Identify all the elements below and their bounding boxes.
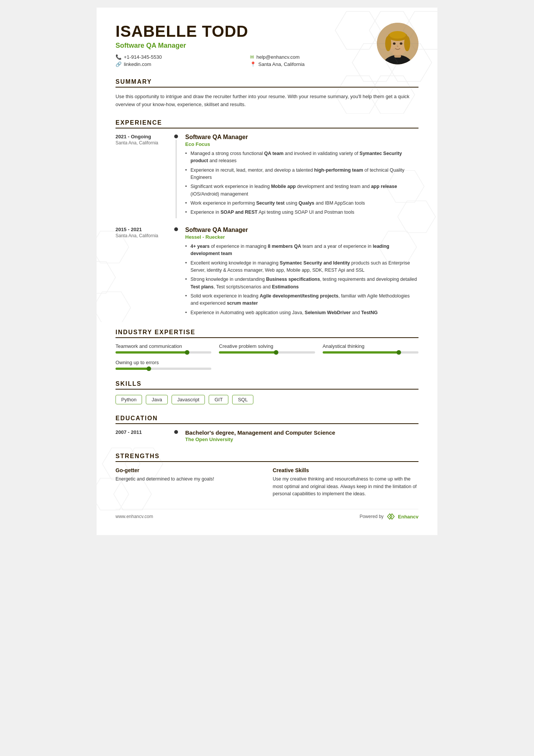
summary-text: Use this opportunity to intrigue and dra…	[116, 93, 418, 109]
footer-brand: Powered by Enhancv	[359, 513, 418, 520]
strengths-grid: Go-getter Energetic and determined to ac…	[116, 467, 418, 498]
exp-dates-1: 2015 - 2021	[116, 227, 172, 232]
exp-bullet-1-0: 4+ years of experience in managing 8 mem…	[185, 243, 418, 258]
expertise-bar-fill-1	[219, 351, 276, 354]
exp-bullets-1: 4+ years of experience in managing 8 mem…	[185, 243, 418, 316]
exp-bullet-0-3: Work experience in performing Security t…	[185, 200, 418, 207]
strength-text-1: Use my creative thinking and resourceful…	[273, 476, 418, 498]
exp-location-1: Santa Ana, California	[116, 233, 172, 238]
svg-point-24	[404, 36, 410, 51]
footer-powered-by: Powered by	[359, 514, 383, 519]
strength-text-0: Energetic and determined to achieve my g…	[116, 476, 261, 483]
skills-section: SKILLS Python Java Javascript GIT SQL	[116, 380, 418, 404]
exp-bullet-0-1: Experience in recruit, lead, mentor, and…	[185, 167, 418, 182]
contact-linkedin: 🔗 linkedin.com	[116, 61, 242, 67]
experience-section: EXPERIENCE 2021 - Ongoing Santa Ana, Cal…	[116, 119, 418, 318]
edu-dates-0: 2007 - 2011	[116, 429, 172, 435]
edu-degree-0: Bachelor's degree, Management and Comput…	[185, 429, 418, 436]
summary-section: SUMMARY Use this opportunity to intrigue…	[116, 78, 418, 109]
email-icon: ✉	[250, 54, 254, 60]
exp-bullets-0: Managed a strong cross functional QA tea…	[185, 150, 418, 216]
exp-bullet-1-2: Strong knowledge in understanding Busine…	[185, 276, 418, 291]
edu-content-0: Bachelor's degree, Management and Comput…	[180, 429, 418, 442]
footer: www.enhancv.com Powered by Enhancv	[116, 509, 418, 520]
contact-location: 📍 Santa Ana, California	[250, 61, 377, 67]
exp-dot-col-0	[172, 134, 180, 218]
expertise-item-1: Creative problem solving	[219, 343, 315, 354]
experience-item-0: 2021 - Ongoing Santa Ana, California Sof…	[116, 134, 418, 218]
edu-school-0: The Open University	[185, 437, 418, 442]
exp-date-col-1: 2015 - 2021 Santa Ana, California	[116, 227, 172, 318]
contact-grid: 📞 +1-914-345-5530 ✉ help@enhancv.com 🔗 l…	[116, 54, 377, 67]
skills-list: Python Java Javascript GIT SQL	[116, 395, 418, 404]
header-left: ISABELLE TODD Software QA Manager 📞 +1-9…	[116, 23, 377, 67]
job-title: Software QA Manager	[116, 42, 377, 50]
edu-dot-0	[174, 430, 178, 434]
contact-email: ✉ help@enhancv.com	[250, 54, 377, 60]
expertise-item-0: Teamwork and communication	[116, 343, 211, 354]
skill-git: GIT	[209, 395, 228, 404]
expertise-label-0: Teamwork and communication	[116, 343, 211, 349]
exp-dot-col-1	[172, 227, 180, 318]
expertise-bar-fill-3	[116, 368, 149, 370]
candidate-name: ISABELLE TODD	[116, 23, 377, 40]
strengths-title: STRENGTHS	[116, 453, 418, 462]
expertise-empty-1	[219, 360, 315, 370]
expertise-bar-fill-2	[323, 351, 400, 354]
exp-bullet-0-4: Experience in SOAP and REST Api testing …	[185, 209, 418, 216]
edu-dot-col-0	[172, 429, 180, 442]
avatar	[377, 23, 418, 64]
expertise-item-3: Owning up to errors	[116, 360, 211, 370]
expertise-item-2: Analystical thinking	[323, 343, 418, 354]
strength-title-1: Creative Skills	[273, 467, 418, 473]
exp-content-0: Software QA Manager Eco Focus Managed a …	[180, 134, 418, 218]
avatar-image	[377, 23, 418, 64]
expertise-bar-wrap-0	[116, 351, 211, 354]
expertise-empty-2	[323, 360, 418, 370]
svg-marker-8	[97, 261, 116, 293]
svg-point-23	[385, 36, 391, 51]
expertise-section: INDUSTRY EXPERTISE Teamwork and communic…	[116, 329, 418, 370]
svg-point-27	[400, 42, 403, 45]
exp-bullet-0-2: Significant work experience in leading M…	[185, 183, 418, 198]
header: ISABELLE TODD Software QA Manager 📞 +1-9…	[116, 23, 418, 67]
exp-date-col-0: 2021 - Ongoing Santa Ana, California	[116, 134, 172, 218]
skills-title: SKILLS	[116, 380, 418, 390]
strength-item-1: Creative Skills Use my creative thinking…	[273, 467, 418, 498]
phone-icon: 📞	[116, 54, 122, 60]
strength-item-0: Go-getter Energetic and determined to ac…	[116, 467, 261, 498]
expertise-bar-wrap-1	[219, 351, 315, 354]
education-title: EDUCATION	[116, 415, 418, 424]
skill-python: Python	[116, 395, 142, 404]
exp-bullet-1-4: Experience in Automating web application…	[185, 309, 418, 316]
expertise-bar-fill-0	[116, 351, 187, 354]
expertise-bar-wrap-2	[323, 351, 418, 354]
footer-website: www.enhancv.com	[116, 514, 153, 519]
svg-point-28	[397, 46, 398, 47]
expertise-label-2: Analystical thinking	[323, 343, 418, 349]
strengths-section: STRENGTHS Go-getter Energetic and determ…	[116, 453, 418, 498]
enhancv-brand-name: Enhancv	[398, 514, 418, 520]
strength-title-0: Go-getter	[116, 467, 261, 473]
exp-bullet-0-0: Managed a strong cross functional QA tea…	[185, 150, 418, 165]
exp-bullet-1-1: Excellent working knowledge in managing …	[185, 260, 418, 274]
exp-dot-1	[174, 227, 178, 231]
education-item-0: 2007 - 2011 Bachelor's degree, Managemen…	[116, 429, 418, 442]
expertise-label-3: Owning up to errors	[116, 360, 211, 365]
exp-company-0: Eco Focus	[185, 141, 418, 147]
exp-company-1: Hessel - Ruecker	[185, 234, 418, 240]
exp-job-title-1: Software QA Manager	[185, 227, 418, 233]
enhancv-logo-icon	[387, 513, 395, 520]
svg-point-26	[393, 42, 396, 45]
exp-dates-0: 2021 - Ongoing	[116, 134, 172, 139]
education-section: EDUCATION 2007 - 2011 Bachelor's degree,…	[116, 415, 418, 442]
exp-location-0: Santa Ana, California	[116, 140, 172, 146]
experience-title: EXPERIENCE	[116, 119, 418, 128]
expertise-bar-wrap-3	[116, 368, 211, 370]
exp-job-title-0: Software QA Manager	[185, 134, 418, 141]
exp-line-0	[176, 140, 176, 218]
skill-javascript: Javascript	[172, 395, 205, 404]
linkedin-icon: 🔗	[116, 61, 122, 67]
contact-phone: 📞 +1-914-345-5530	[116, 54, 242, 60]
location-icon: 📍	[250, 61, 256, 67]
